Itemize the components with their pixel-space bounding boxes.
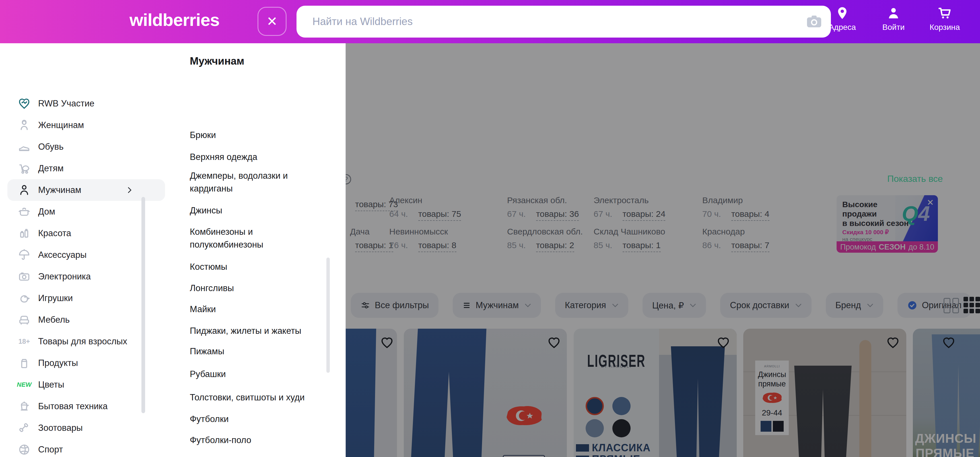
submenu-item[interactable]: Халаты (190, 455, 326, 457)
sidebar-item-home[interactable]: Дом (0, 201, 146, 223)
nav-cart[interactable]: Корзина (928, 6, 962, 32)
sidebar-item-electronics[interactable]: Электроника (0, 266, 146, 287)
milk-icon (18, 357, 31, 369)
cosmetics-icon (18, 227, 31, 240)
submenu-panel: Мужчинам Брюки Верхняя одежда Джемперы, … (146, 43, 346, 457)
sidebar-item-toys[interactable]: Игрушки (0, 287, 146, 309)
menu-close-button[interactable]: ✕ (258, 7, 286, 36)
kettle-icon (18, 400, 31, 413)
sidebar-item-pets[interactable]: Зоотовары (0, 417, 146, 439)
18plus-icon: 18+ (18, 335, 31, 348)
chevron-right-icon (125, 186, 134, 194)
bone-icon (18, 422, 31, 435)
duck-icon (18, 292, 31, 305)
close-icon: ✕ (267, 14, 278, 29)
submenu-item[interactable]: Лонгсливы (190, 282, 326, 295)
submenu-item[interactable]: Пиджаки, жилеты и жакеты (190, 325, 326, 337)
nav-login[interactable]: Войти (877, 6, 910, 32)
new-badge-icon: NEW (18, 378, 31, 391)
cart-icon (937, 6, 952, 21)
sidebar-item-flowers[interactable]: NEW Цветы (0, 374, 146, 395)
man-icon (18, 183, 31, 197)
sidebar-scrollbar[interactable] (142, 197, 145, 413)
catalog-sidebar: RWB Участие Женщинам Обувь Детям Мужчина… (0, 43, 146, 457)
ball-icon (18, 443, 31, 456)
submenu-item[interactable]: Джинсы (190, 204, 326, 217)
woman-icon (18, 119, 31, 132)
search-bar (296, 6, 831, 38)
sidebar-item-beauty[interactable]: Красота (0, 223, 146, 244)
wildberries-page: ? Показать все товары: 73 Алексин 64 ч.т… (0, 0, 980, 457)
top-header: wildberries ✕ Адреса Войти Корзина (0, 0, 980, 43)
submenu-item[interactable]: Рубашки (190, 368, 326, 381)
search-input[interactable] (312, 6, 796, 38)
rwb-heart-icon (18, 97, 31, 110)
sidebar-item-women[interactable]: Женщинам (0, 115, 146, 136)
sidebar-item-rwb[interactable]: RWB Участие (0, 93, 146, 115)
sidebar-item-shoes[interactable]: Обувь (0, 136, 146, 158)
sidebar-item-kids[interactable]: Детям (0, 158, 146, 179)
sidebar-item-adult[interactable]: 18+ Товары для взрослых (0, 331, 146, 352)
submenu-item[interactable]: Костюмы (190, 260, 326, 273)
submenu-item[interactable]: Толстовки, свитшоты и худи (190, 391, 326, 404)
submenu-item[interactable]: Комбинезоны и полукомбинезоны (190, 225, 326, 251)
submenu-title: Мужчинам (190, 55, 245, 67)
sidebar-item-appliances[interactable]: Бытовая техника (0, 395, 146, 417)
sidebar-item-sport[interactable]: Спорт (0, 439, 146, 457)
nav-addresses[interactable]: Адреса (825, 6, 859, 32)
pot-icon (18, 205, 31, 218)
stroller-icon (18, 162, 31, 175)
submenu-item[interactable]: Майки (190, 303, 326, 315)
submenu-item[interactable]: Футболки (190, 412, 326, 425)
camera-icon (18, 270, 31, 283)
submenu-item[interactable]: Джемперы, водолазки и кардиганы (190, 169, 326, 195)
armchair-icon (18, 313, 31, 326)
submenu-item[interactable]: Пижамы (190, 345, 326, 358)
submenu-item[interactable]: Футболки-поло (190, 434, 326, 446)
header-nav: Адреса Войти Корзина (825, 6, 962, 32)
shoe-icon (18, 140, 31, 153)
submenu-item[interactable]: Верхняя одежда (190, 151, 326, 163)
dim-overlay[interactable] (346, 43, 980, 457)
umbrella-icon (18, 248, 31, 261)
sidebar-item-furniture[interactable]: Мебель (0, 309, 146, 331)
wildberries-logo[interactable]: wildberries (129, 10, 220, 30)
photo-search-icon[interactable] (805, 13, 823, 30)
submenu-item[interactable]: Брюки (190, 129, 326, 142)
sidebar-item-groceries[interactable]: Продукты (0, 352, 146, 374)
user-icon (886, 6, 901, 21)
sidebar-item-accessories[interactable]: Аксессуары (0, 244, 146, 266)
sidebar-item-men[interactable]: Мужчинам (0, 179, 146, 201)
location-pin-icon (835, 6, 850, 21)
submenu-scrollbar[interactable] (326, 258, 330, 373)
